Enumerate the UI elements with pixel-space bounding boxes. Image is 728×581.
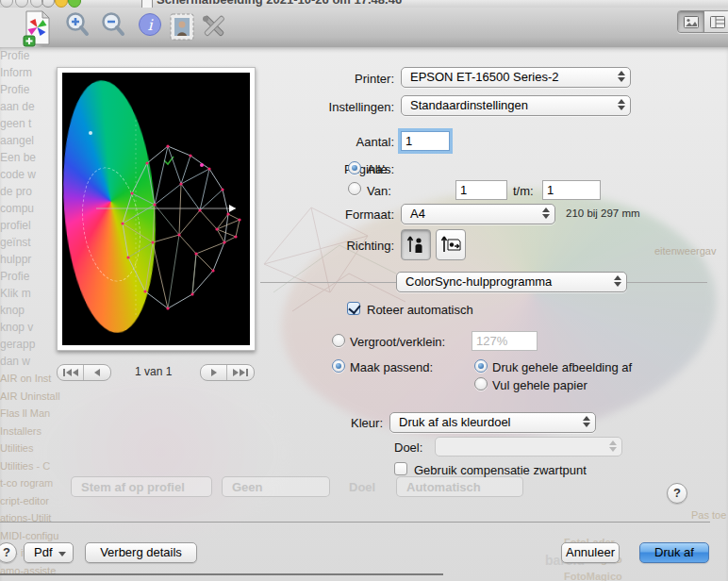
zoom-in-icon[interactable]: [64, 11, 92, 45]
zoom-button-icon[interactable]: [68, 0, 81, 8]
orientation-label: Richting:: [264, 239, 394, 253]
fit-label: Maak passend:: [350, 360, 433, 374]
background-list-item: amo-assiste: [0, 562, 74, 580]
pdf-button[interactable]: Pdf: [24, 542, 74, 563]
next-page-button[interactable]: [201, 365, 226, 380]
pages-from-label: Van:: [367, 184, 391, 198]
format-size-text: 210 bij 297 mm: [566, 208, 640, 219]
pages-to-input[interactable]: 1: [542, 180, 601, 200]
background-text-fragment: Een be: [0, 149, 51, 166]
black-point-checkbox[interactable]: [394, 462, 407, 475]
format-value: A4: [410, 207, 425, 221]
target-label: Doel:: [394, 440, 422, 455]
title-document-icon: [141, 0, 153, 8]
split-view-button[interactable]: [703, 11, 728, 32]
settings-select[interactable]: Standaardinstellingen: [401, 95, 631, 116]
fit-print-entire-radio[interactable]: [474, 359, 488, 373]
scale-input[interactable]: 127%: [472, 331, 538, 351]
fit-fill-paper-radio[interactable]: [474, 377, 488, 390]
footer-separator: [0, 522, 710, 523]
background-text-fragment: de pro: [0, 183, 51, 200]
color-select[interactable]: Druk af als kleurdoel: [389, 412, 596, 433]
chevron-updown-icon: [583, 416, 590, 427]
background-text-fragment: code w: [0, 166, 51, 183]
background-text-fragment: aan de: [0, 98, 51, 115]
background-color-blob: [28, 368, 292, 538]
background-text-fragment: Klik m: [0, 285, 51, 302]
pdf-label: Pdf: [34, 545, 53, 559]
view-toggle: [677, 10, 728, 33]
gamut-preview-image: [62, 73, 250, 345]
pane-value: ColorSync-hulpprogramma: [405, 274, 552, 289]
background-text-fragment: knop: [0, 302, 51, 319]
pages-all-label: Alle: [367, 162, 388, 176]
tools-icon[interactable]: [198, 11, 230, 47]
background-text-fragment: Inform: [0, 64, 51, 81]
black-point-label: Gebruik compensatie zwartpunt: [414, 463, 587, 477]
scale-radio[interactable]: [332, 334, 345, 347]
last-page-button[interactable]: [226, 365, 253, 380]
background-profile-popup: Stem af op profiel: [71, 476, 212, 497]
first-page-button[interactable]: [58, 365, 83, 380]
format-label: Formaat:: [264, 208, 394, 222]
background-text-fragment: Profie: [0, 81, 51, 98]
background-text-fragment: dan w: [0, 353, 51, 370]
previous-page-button[interactable]: [83, 365, 109, 380]
image-view-button[interactable]: [678, 11, 703, 32]
toolbar: i: [0, 8, 728, 48]
page-nav-forward: [200, 364, 255, 381]
printer-value: EPSON ET-16500 Series-2: [410, 70, 559, 84]
background-text-fragment: compu: [0, 200, 51, 217]
pages-from-input[interactable]: 1: [455, 180, 507, 200]
landscape-icon: [440, 234, 461, 257]
pane-select[interactable]: ColorSync-hulpprogramma: [396, 272, 627, 292]
pages-all-radio[interactable]: [348, 161, 361, 174]
print-button[interactable]: Druk af: [639, 542, 709, 563]
background-list-item: ations-Utilit: [0, 509, 74, 527]
fit-radio[interactable]: [332, 359, 345, 373]
background-text-fragment: knop v: [0, 319, 51, 336]
color-value: Druk af als kleurdoel: [399, 415, 511, 429]
screen: Schermafbeelding 2021-10-26 om 17.48.46: [0, 0, 728, 581]
background-text-fragment: geen t: [0, 115, 51, 132]
minimize-button-icon[interactable]: [55, 0, 68, 8]
zoom-out-icon[interactable]: [100, 11, 128, 45]
gamut-wireframe: [62, 73, 250, 345]
background-text-column: ProfieInformProfieaan degeen taangelEen …: [0, 47, 51, 370]
background-traffic-light-icon: [0, 0, 13, 8]
settings-value: Standaardinstellingen: [410, 98, 528, 112]
print-dialog-sheet: ProfieInformProfieaan degeen taangelEen …: [0, 47, 728, 581]
background-traffic-light-icon: [15, 0, 28, 8]
pages-range-radio[interactable]: [348, 182, 361, 195]
format-select[interactable]: A4: [401, 204, 555, 224]
background-window-edge: [0, 573, 443, 575]
color-label: Kleur:: [283, 416, 383, 430]
pane-help-button[interactable]: ?: [667, 483, 687, 504]
chevron-updown-icon: [614, 275, 621, 287]
hide-details-button[interactable]: Verberg details: [85, 542, 197, 563]
background-text-fragment: profiel: [0, 217, 51, 234]
portrait-icon: [406, 234, 425, 257]
copies-input[interactable]: 1: [401, 131, 450, 151]
cancel-button[interactable]: Annuleer: [561, 542, 620, 563]
background-auto-popup: Automatisch: [396, 476, 523, 497]
rotate-auto-checkbox[interactable]: [347, 302, 360, 315]
close-button-icon[interactable]: [41, 0, 55, 8]
background-file-item: FotoMagico 2: [564, 568, 630, 581]
chevron-updown-icon: [609, 440, 617, 452]
background-text-fragment: aangel: [0, 132, 51, 149]
info-icon[interactable]: i: [136, 11, 164, 45]
chevron-updown-icon: [618, 99, 625, 110]
orientation-landscape-button[interactable]: [436, 229, 466, 260]
background-doel-label: Doel: [349, 480, 375, 494]
orientation-portrait-button[interactable]: [401, 229, 431, 260]
printer-select[interactable]: EPSON ET-16500 Series-2: [401, 67, 631, 88]
background-none-popup: Geen: [222, 476, 330, 497]
image-stamp-icon[interactable]: [168, 11, 196, 47]
fit-print-entire-label: Druk gehele afbeelding af: [492, 360, 632, 374]
background-text-fragment: Profie: [0, 268, 51, 285]
background-text-fragment: hulppr: [0, 251, 51, 268]
target-select: [435, 437, 622, 456]
copies-label: Aantal:: [264, 135, 394, 149]
background-text-fragment: gerapp: [0, 336, 51, 353]
